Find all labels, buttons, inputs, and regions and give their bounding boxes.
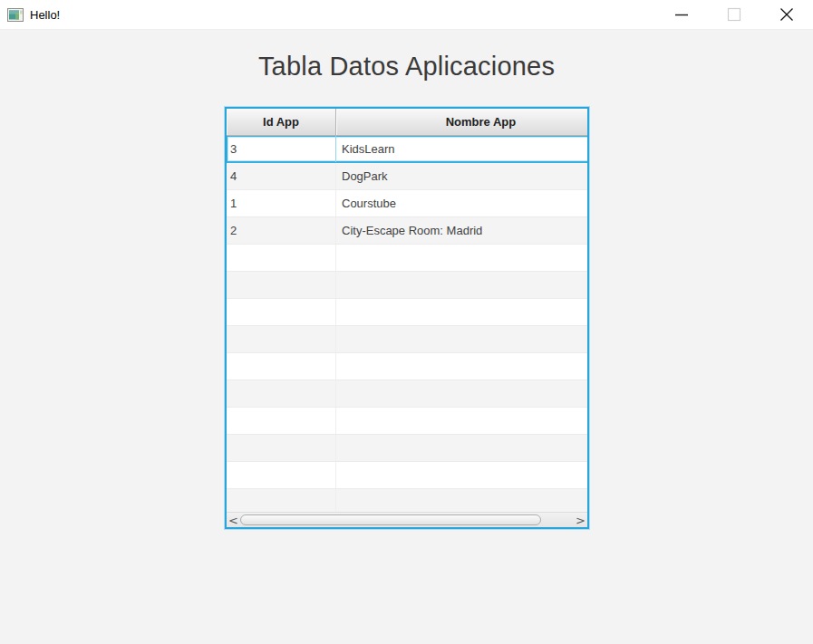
cell-name: Courstube xyxy=(336,190,587,216)
window-controls xyxy=(655,0,813,29)
table-row[interactable]: 3 KidsLearn xyxy=(227,136,587,163)
column-header-id-app[interactable]: Id App xyxy=(227,109,336,135)
cell-name xyxy=(336,326,587,352)
table-body: 3 KidsLearn 4 DogPark 1 Courstube 2 City… xyxy=(227,136,587,512)
empty-row[interactable] xyxy=(227,408,587,435)
table-header: Id App Nombre App xyxy=(227,109,587,136)
data-table: Id App Nombre App 3 KidsLearn 4 DogPark … xyxy=(225,107,589,529)
cell-name xyxy=(336,489,587,512)
cell-id xyxy=(227,245,336,271)
cell-name xyxy=(336,245,587,271)
cell-id: 3 xyxy=(227,136,336,162)
empty-row[interactable] xyxy=(227,435,587,462)
cell-id xyxy=(227,326,336,352)
empty-row[interactable] xyxy=(227,489,587,512)
cell-id xyxy=(227,435,336,461)
minimize-button[interactable] xyxy=(655,0,708,29)
empty-row[interactable] xyxy=(227,462,587,489)
empty-row[interactable] xyxy=(227,245,587,272)
maximize-icon xyxy=(727,7,741,22)
cell-name xyxy=(336,435,587,461)
cell-id xyxy=(227,489,336,512)
window-title: Hello! xyxy=(30,8,60,22)
cell-name xyxy=(336,380,587,407)
cell-name xyxy=(336,353,587,380)
empty-row[interactable] xyxy=(227,299,587,326)
close-button[interactable] xyxy=(760,0,813,29)
page-title: Tabla Datos Aplicaciones xyxy=(0,52,813,82)
cell-id: 4 xyxy=(227,163,336,189)
cell-id xyxy=(227,272,336,298)
empty-row[interactable] xyxy=(227,326,587,353)
scroll-left-button[interactable]: < xyxy=(227,513,240,527)
table-row[interactable]: 1 Courstube xyxy=(227,190,587,217)
cell-name xyxy=(336,462,587,488)
maximize-button[interactable] xyxy=(708,0,760,29)
cell-name: KidsLearn xyxy=(336,136,587,162)
scroll-right-button[interactable]: > xyxy=(574,513,587,527)
minimize-icon xyxy=(674,7,689,22)
table-row[interactable]: 2 City-Escape Room: Madrid xyxy=(227,217,587,245)
empty-row[interactable] xyxy=(227,380,587,408)
table-row[interactable]: 4 DogPark xyxy=(227,163,587,190)
cell-name: City-Escape Room: Madrid xyxy=(336,217,587,244)
close-icon xyxy=(779,7,794,22)
empty-row[interactable] xyxy=(227,272,587,299)
scroll-right-icon: > xyxy=(576,514,586,526)
titlebar: Hello! xyxy=(0,0,813,30)
column-header-nombre-app[interactable]: Nombre App xyxy=(336,109,587,135)
cell-name xyxy=(336,408,587,434)
scrollbar-thumb[interactable] xyxy=(240,514,541,525)
scroll-left-icon: < xyxy=(228,514,238,526)
cell-id: 2 xyxy=(227,217,336,244)
app-window: Hello! Tabla Datos Aplicaciones xyxy=(0,0,813,644)
cell-id: 1 xyxy=(227,190,336,216)
cell-name xyxy=(336,272,587,298)
cell-name xyxy=(336,299,587,325)
cell-id xyxy=(227,353,336,380)
empty-row[interactable] xyxy=(227,353,587,380)
cell-id xyxy=(227,380,336,407)
cell-id xyxy=(227,299,336,325)
cell-id xyxy=(227,462,336,488)
horizontal-scrollbar[interactable]: < > xyxy=(227,512,587,527)
app-icon xyxy=(7,8,24,22)
cell-name: DogPark xyxy=(336,163,587,189)
cell-id xyxy=(227,408,336,434)
